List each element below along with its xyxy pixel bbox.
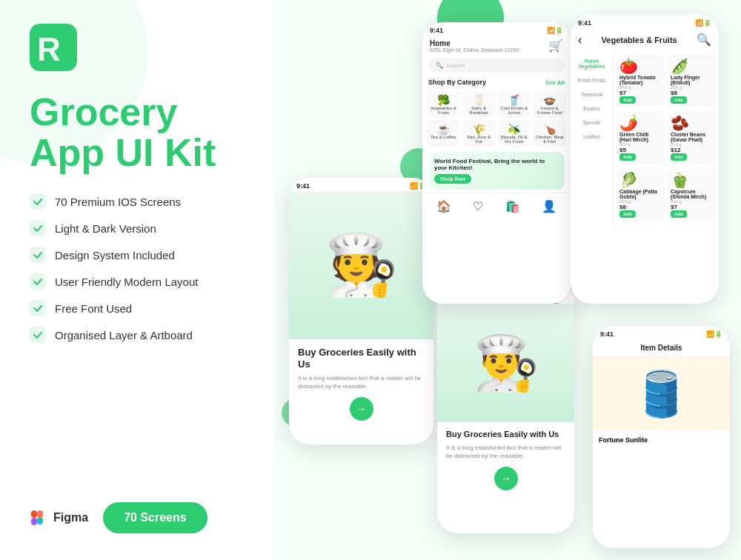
- category-item[interactable]: 🥦Vegetables & Fruits: [427, 91, 460, 118]
- item-header: Item Details: [593, 339, 730, 356]
- product-price: $5: [619, 147, 662, 153]
- svg-rect-12: [37, 518, 43, 521]
- onboard-illustration: 🧑‍🍳: [289, 191, 433, 339]
- phone-onboard2-screen: 9:41 📶🔋 skip → 👨‍🍳 Buy Groceries Easily …: [437, 281, 574, 533]
- veg-products: 🍅 Hybrid Tomato (Tamatar) 250 g $7 Add 🫛…: [614, 51, 719, 228]
- category-item[interactable]: 🌾Atta, Rice & Dal: [462, 120, 496, 147]
- veg-product-row: 🌶️ Green Chilli (Hari Mirch) 500 g $5 Ad…: [617, 111, 716, 164]
- onboard-next-button[interactable]: →: [350, 397, 373, 421]
- shop-category-label: Shop By Category: [428, 79, 486, 86]
- veg-product-card: 🥬 Cabbage (Patta Gobhi) 500 g $8 Add: [617, 168, 665, 221]
- veg-product-card: 🫑 Capsicum (Shimla Mirch) 250 g $7 Add: [668, 168, 716, 221]
- veg-product-card: 🫘 Cluster Beans (Gavar Phali) 250 g $12 …: [668, 111, 716, 164]
- feature-label: Light & Dark Version: [55, 222, 156, 235]
- veg-category-item[interactable]: Exotics: [571, 101, 613, 116]
- product-name: Cabbage (Patta Gobhi): [619, 189, 662, 199]
- screens-button[interactable]: 70 Screens: [103, 502, 207, 533]
- nav-user-icon[interactable]: 👤: [542, 199, 556, 213]
- veg-status-bar: 9:41 📶🔋: [571, 15, 719, 28]
- svg-rect-7: [30, 327, 46, 343]
- feature-label: Design System Included: [55, 249, 175, 261]
- add-to-cart-button[interactable]: Add: [671, 210, 687, 218]
- feature-label: User Friendly Modern Layout: [55, 276, 198, 288]
- product-price: $8: [671, 90, 713, 96]
- item-name: Fortune Sunlite: [593, 430, 730, 450]
- feature-item: Free Font Used: [30, 300, 245, 316]
- svg-rect-8: [31, 510, 37, 518]
- veg-search-icon[interactable]: 🔍: [697, 33, 711, 47]
- figma-label: Figma: [53, 511, 88, 524]
- veg-header: ‹ Vegetables & Fruits 🔍: [571, 28, 719, 51]
- veg-category-item[interactable]: Fresh Vegetables: [571, 54, 613, 73]
- svg-rect-5: [30, 273, 46, 290]
- search-icon: 🔍: [436, 62, 443, 69]
- veg-category-item[interactable]: Sprouts: [571, 116, 613, 130]
- onboard-subtitle: It is a long established fact that a rea…: [298, 374, 425, 390]
- search-placeholder: Search: [446, 62, 465, 69]
- veg-time: 9:41: [578, 19, 591, 27]
- figma-icon: [30, 509, 47, 527]
- banner-btn[interactable]: Shop Now: [434, 174, 471, 184]
- product-name: Lady Finger (Bhindi): [671, 75, 713, 85]
- onboard2-next-button[interactable]: →: [494, 467, 518, 490]
- home-icons: 📶🔋: [547, 27, 563, 34]
- veg-sidebar: Fresh VegetablesFresh FruitsSeasonalExot…: [571, 51, 719, 228]
- features-list: 70 Premium IOS Screens Light & Dark Vers…: [30, 193, 245, 353]
- product-price: $12: [671, 147, 713, 153]
- product-price: $7: [671, 204, 713, 210]
- category-item[interactable]: ☕Tea & Coffee: [427, 120, 460, 147]
- nav-bag-icon[interactable]: 🛍️: [505, 199, 520, 213]
- see-all-link[interactable]: See All: [545, 79, 565, 86]
- category-item[interactable]: 🥛Dairy & Breakfast: [462, 91, 496, 118]
- product-price: $7: [619, 90, 662, 96]
- left-panel: R Grocery App UI Kit 70 Premium IOS Scre…: [0, 0, 274, 560]
- veg-product-card: 🫛 Lady Finger (Bhindi) 250 g $8 Add: [668, 54, 716, 107]
- banner-title: World Food Festival, Bring the world to …: [434, 158, 559, 171]
- veg-product-row: 🍅 Hybrid Tomato (Tamatar) 250 g $7 Add 🫛…: [617, 54, 716, 107]
- category-item[interactable]: 🫒Masala, Oil & Dry Fruits: [498, 120, 531, 147]
- product-name: Hybrid Tomato (Tamatar): [619, 75, 662, 85]
- feature-label: 70 Premium IOS Screens: [55, 196, 181, 208]
- veg-categories: Fresh VegetablesFresh FruitsSeasonalExot…: [571, 51, 614, 228]
- right-panel: 9:41 📶🔋 Home 9351 Elgin St, Celina, Dela…: [274, 0, 741, 560]
- nav-home-icon[interactable]: 🏠: [436, 199, 451, 213]
- home-bottom-nav: 🏠 ♡ 🛍️ 👤: [422, 193, 571, 216]
- phone-item-screen: 9:41 📶🔋 Item Details 🛢️ Fortune Sunlite: [593, 326, 730, 548]
- onboard2-title: Buy Groceries Easily with Us: [446, 430, 565, 439]
- veg-category-item[interactable]: Seasonal: [571, 87, 613, 101]
- bottom-bar: Figma 70 Screens: [30, 502, 207, 533]
- onboard-status-bar: 9:41 📶🔋: [289, 178, 433, 191]
- svg-rect-3: [30, 220, 46, 236]
- category-item[interactable]: 🥤Cold Drinks & Juices: [498, 91, 531, 118]
- svg-rect-10: [37, 510, 43, 518]
- add-to-cart-button[interactable]: Add: [671, 96, 687, 104]
- svg-rect-6: [30, 300, 46, 316]
- phone-home-screen: 9:41 📶🔋 Home 9351 Elgin St, Celina, Dela…: [422, 22, 571, 304]
- cart-icon[interactable]: 🛒: [548, 39, 563, 53]
- check-icon: [30, 327, 46, 343]
- delivery-emoji: 🧑‍🍳: [325, 230, 399, 300]
- product-price: $8: [619, 204, 662, 210]
- add-to-cart-button[interactable]: Add: [619, 153, 636, 161]
- onboard-text: Buy Groceries Easily with Us It is a lon…: [289, 339, 433, 428]
- nav-heart-icon[interactable]: ♡: [473, 199, 483, 213]
- veg-category-item[interactable]: Fresh Fruits: [571, 73, 613, 87]
- veg-product-row: 🥬 Cabbage (Patta Gobhi) 500 g $8 Add 🫑 C…: [617, 168, 716, 221]
- add-to-cart-button[interactable]: Add: [619, 210, 636, 218]
- home-location: Home 9351 Elgin St, Celina, Delaware 102…: [422, 36, 571, 56]
- category-item[interactable]: 🍗Chicken, Meat & Fish: [533, 120, 566, 147]
- veg-title: Vegetables & Fruits: [582, 36, 697, 44]
- search-bar[interactable]: 🔍 Search: [428, 59, 565, 73]
- add-to-cart-button[interactable]: Add: [619, 96, 636, 104]
- feature-item: Light & Dark Version: [30, 220, 245, 236]
- feature-label: Free Font Used: [55, 302, 132, 315]
- onboard2-illustration: 👨‍🍳: [437, 304, 574, 422]
- delivery2-emoji: 👨‍🍳: [473, 332, 539, 395]
- veg-category-item[interactable]: Leafies: [571, 130, 613, 144]
- category-item[interactable]: 🍲Instant & Frozen Food: [533, 91, 566, 118]
- product-name: Capsicum (Shimla Mirch): [671, 189, 713, 199]
- add-to-cart-button[interactable]: Add: [671, 153, 687, 161]
- phone-onboard-screen: 9:41 📶🔋 skip → 🧑‍🍳 Buy Groceries Easily …: [289, 178, 433, 444]
- product-name: Cluster Beans (Gavar Phali): [671, 132, 713, 142]
- item-status-bar: 9:41 📶🔋: [593, 326, 730, 339]
